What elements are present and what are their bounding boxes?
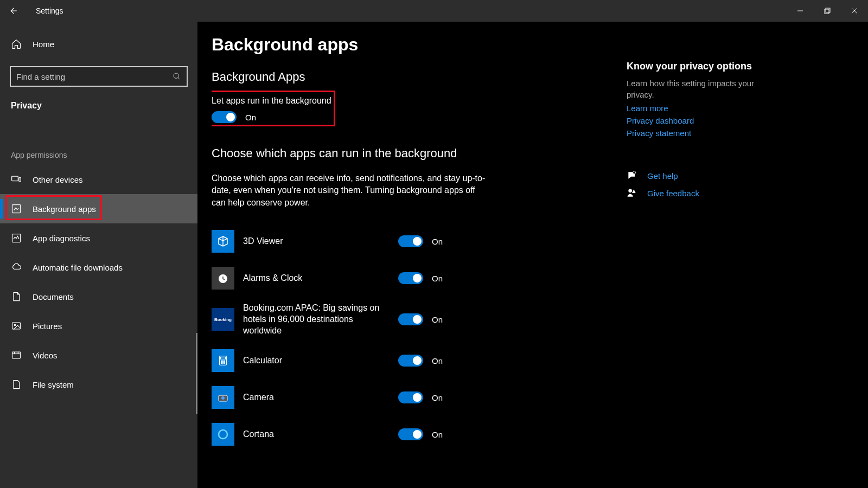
app-icon-alarms-clock (212, 267, 234, 290)
master-toggle-label: Let apps run in the background (212, 96, 331, 106)
sidebar-item-documents[interactable]: Documents (0, 282, 197, 311)
home-label: Home (33, 40, 54, 49)
svg-point-5 (174, 73, 178, 78)
sidebar-item-app-diagnostics[interactable]: App diagnostics (0, 223, 197, 253)
app-row: Cortana On (212, 416, 868, 453)
document-icon (11, 291, 22, 302)
svg-point-25 (224, 363, 225, 364)
link-get-help[interactable]: Get help (647, 171, 678, 181)
home-icon (11, 38, 22, 49)
svg-point-30 (628, 189, 632, 193)
sidebar-item-label: File system (33, 380, 74, 389)
app-list: 3D Viewer On Alarms & Clock On Booking B… (212, 223, 868, 453)
app-toggle-state: On (432, 274, 443, 283)
file-icon (11, 379, 22, 390)
app-row: 3D Viewer On (212, 223, 868, 260)
svg-rect-13 (12, 352, 21, 358)
app-name: Alarms & Clock (243, 273, 390, 284)
app-row: Booking Booking.com APAC: Big savings on… (212, 297, 868, 342)
app-toggle[interactable] (398, 272, 423, 284)
videos-icon (11, 350, 22, 361)
app-toggle[interactable] (398, 235, 423, 247)
app-icon-booking: Booking (212, 308, 234, 331)
app-icon-3d-viewer (212, 230, 234, 253)
window-title: Settings (36, 7, 63, 15)
app-row: Alarms & Clock On (212, 260, 868, 297)
devices-icon (11, 174, 22, 185)
app-toggle[interactable] (398, 428, 423, 440)
titlebar: Settings (0, 0, 868, 22)
section-description: Choose which apps can receive info, send… (212, 172, 488, 209)
svg-rect-8 (19, 178, 21, 182)
svg-rect-2 (826, 8, 830, 12)
cloud-icon (11, 262, 22, 273)
svg-point-28 (219, 430, 227, 439)
sidebar-item-file-system[interactable]: File system (0, 370, 197, 399)
svg-point-29 (633, 171, 636, 174)
svg-rect-19 (220, 357, 225, 359)
sidebar-item-background-apps[interactable]: Background apps (0, 194, 197, 223)
svg-point-20 (221, 361, 222, 362)
sidebar: Home Privacy App permissions Other devic… (0, 22, 197, 488)
svg-line-6 (178, 78, 180, 79)
master-toggle[interactable] (212, 111, 237, 123)
svg-point-21 (222, 361, 224, 362)
sidebar-item-label: App diagnostics (33, 234, 90, 243)
pictures-icon (11, 320, 22, 331)
svg-point-23 (221, 363, 222, 364)
sidebar-scrollbar[interactable] (196, 333, 197, 414)
app-row: Calculator On (212, 342, 868, 379)
app-row: Camera On (212, 379, 868, 416)
app-toggle[interactable] (398, 355, 423, 367)
link-privacy-statement[interactable]: Privacy statement (627, 129, 778, 138)
search-box[interactable] (10, 66, 188, 87)
app-name: Cortana (243, 429, 390, 440)
sidebar-item-label: Pictures (33, 322, 62, 331)
sidebar-section-label: App permissions (11, 151, 197, 159)
home-nav[interactable]: Home (0, 29, 197, 59)
back-button[interactable] (0, 0, 26, 22)
back-arrow-icon (8, 6, 18, 16)
help-icon (627, 170, 637, 181)
app-toggle[interactable] (398, 391, 423, 403)
maximize-button[interactable] (814, 0, 841, 22)
app-toggle-state: On (432, 315, 443, 324)
minimize-button[interactable] (787, 0, 814, 22)
right-body: Learn how this setting impacts your priv… (627, 78, 778, 100)
sidebar-item-automatic-file-downloads[interactable]: Automatic file downloads (0, 253, 197, 282)
svg-rect-7 (12, 176, 18, 181)
svg-rect-1 (825, 9, 829, 14)
svg-point-24 (222, 363, 224, 364)
app-name: 3D Viewer (243, 236, 390, 247)
app-toggle-state: On (432, 356, 443, 365)
sidebar-item-label: Background apps (33, 204, 96, 214)
link-privacy-dashboard[interactable]: Privacy dashboard (627, 116, 778, 125)
svg-point-27 (221, 396, 225, 400)
sidebar-item-label: Other devices (33, 175, 83, 184)
link-give-feedback[interactable]: Give feedback (647, 189, 699, 198)
sidebar-item-label: Documents (33, 292, 74, 301)
sidebar-item-other-devices[interactable]: Other devices (0, 165, 197, 194)
app-toggle[interactable] (398, 313, 423, 325)
app-name: Calculator (243, 355, 390, 367)
sidebar-item-pictures[interactable]: Pictures (0, 311, 197, 341)
app-name: Camera (243, 392, 390, 403)
app-toggle-state: On (432, 430, 443, 439)
search-icon (173, 72, 181, 81)
link-learn-more[interactable]: Learn more (627, 104, 778, 113)
window-controls (787, 0, 868, 22)
search-input[interactable] (16, 72, 173, 81)
app-icon-calculator (212, 349, 234, 372)
svg-rect-11 (12, 323, 21, 329)
close-button[interactable] (841, 0, 868, 22)
svg-point-22 (224, 361, 225, 362)
right-heading: Know your privacy options (627, 61, 778, 72)
sidebar-item-label: Automatic file downloads (33, 263, 123, 272)
app-name: Booking.com APAC: Big savings on hotels … (243, 303, 390, 336)
app-icon-cortana (212, 423, 234, 446)
sidebar-item-label: Videos (33, 351, 58, 360)
app-toggle-state: On (432, 393, 443, 402)
diagnostics-icon (11, 233, 22, 243)
right-panel: Know your privacy options Learn how this… (627, 61, 778, 198)
sidebar-item-videos[interactable]: Videos (0, 341, 197, 370)
